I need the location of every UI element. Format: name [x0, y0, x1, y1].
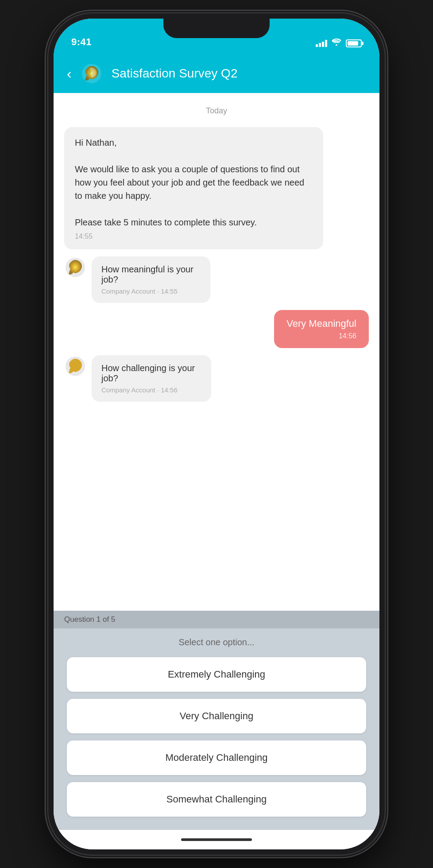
phone-frame: 9:41 [48, 13, 385, 855]
select-hint: Select one option... [67, 637, 366, 647]
header-title: Satisfaction Survey Q2 [112, 66, 366, 81]
meaningful-meta: Company Account · 14:55 [101, 287, 201, 295]
intro-time: 14:55 [75, 232, 313, 240]
status-time: 9:41 [71, 36, 92, 48]
app-logo [81, 62, 103, 85]
challenging-meta: Company Account · 14:56 [101, 386, 201, 394]
bot-avatar-2 [64, 355, 86, 377]
chat-area: Today Hi Nathan,We would like to ask you… [54, 93, 379, 611]
bot-avatar-1 [64, 256, 86, 279]
signal-icon [316, 40, 327, 47]
phone-wrapper: 9:41 [0, 0, 433, 868]
option-very-challenging[interactable]: Very Challenging [67, 699, 366, 733]
date-label: Today [64, 106, 369, 116]
battery-icon [346, 39, 362, 47]
status-bar: 9:41 [54, 19, 379, 54]
option-moderately-challenging[interactable]: Moderately Challenging [67, 740, 366, 775]
message-bubble-intro: Hi Nathan,We would like to ask you a cou… [64, 127, 323, 249]
status-icons [316, 39, 362, 48]
home-indicator-bar [181, 838, 252, 841]
reply-text: Very Meaningful [286, 318, 356, 329]
option-extremely-challenging[interactable]: Extremely Challenging [67, 657, 366, 692]
question-bar: Question 1 of 5 [54, 611, 379, 628]
user-reply-meaningful: Very Meaningful 14:56 [274, 310, 369, 348]
bot-message-challenging: How challenging is your job? Company Acc… [64, 355, 224, 402]
notch [163, 19, 270, 38]
challenging-question: How challenging is your job? [101, 363, 201, 384]
back-button[interactable]: ‹ [67, 66, 72, 82]
meaningful-question: How meaningful is your job? [101, 264, 201, 285]
home-indicator [54, 830, 379, 849]
phone-screen: 9:41 [54, 19, 379, 849]
option-somewhat-challenging[interactable]: Somewhat Challenging [67, 782, 366, 817]
intro-text: Hi Nathan,We would like to ask you a cou… [75, 136, 313, 229]
wifi-icon [332, 39, 341, 48]
reply-time: 14:56 [286, 332, 356, 340]
options-area: Select one option... Extremely Challengi… [54, 628, 379, 830]
bot-message-meaningful: How meaningful is your job? Company Acco… [64, 256, 222, 303]
question-label: Question 1 of 5 [64, 615, 115, 624]
app-header: ‹ Satisfaction Survey Q2 [54, 54, 379, 93]
